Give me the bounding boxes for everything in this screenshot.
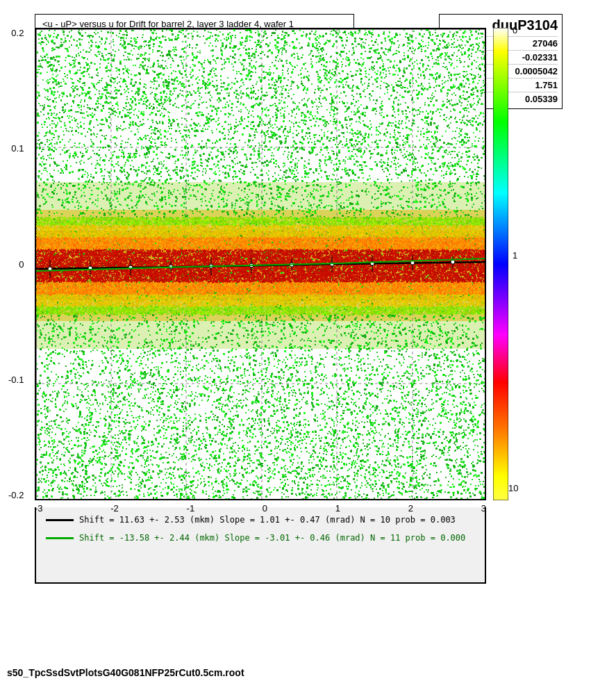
plot-inner: [35, 28, 486, 500]
rmsx-value: 1.751: [535, 80, 558, 90]
x-label-4: 1: [335, 503, 340, 514]
x-label-3: 0: [263, 503, 267, 514]
black-line-text: Shift = 11.63 +- 2.53 (mkm) Slope = 1.01…: [79, 515, 456, 525]
color-scale-top-label: 0: [513, 25, 517, 35]
color-scale-container: 0 1 10: [493, 28, 508, 503]
color-scale-mid-label: 1: [513, 250, 517, 261]
footer-filename: s50_TpcSsdSvtPlotsG40G081NFP25rCut0.5cm.…: [7, 667, 244, 678]
y-label-4: -0.2: [8, 490, 24, 500]
black-line-icon: [46, 519, 74, 521]
y-axis-labels: 0.2 0.1 0 -0.1 -0.2: [8, 28, 24, 500]
x-label-1: -2: [110, 503, 119, 514]
rmsy-value: 0.05339: [525, 94, 558, 104]
y-label-3: -0.1: [8, 375, 24, 385]
scatter-canvas: [36, 29, 486, 500]
y-label-1: 0.1: [8, 143, 24, 154]
x-axis-labels: -3 -2 -1 0 1 2 3: [35, 503, 486, 514]
y-label-0: 0.2: [8, 28, 24, 38]
main-container: <u - uP> versus u for Drift for barrel 2…: [0, 0, 616, 681]
legend-green-row: Shift = -13.58 +- 2.44 (mkm) Slope = -3.…: [46, 533, 475, 543]
entries-value: 27046: [533, 38, 558, 49]
x-label-5: 2: [408, 503, 413, 514]
x-label-6: 3: [481, 503, 486, 514]
y-label-2: 0: [8, 259, 24, 270]
filename-text: s50_TpcSsdSvtPlotsG40G081NFP25rCut0.5cm.…: [7, 667, 244, 678]
green-line-icon: [46, 537, 74, 539]
green-line-text: Shift = -13.58 +- 2.44 (mkm) Slope = -3.…: [79, 533, 465, 543]
legend-area: Shift = 11.63 +- 2.53 (mkm) Slope = 1.01…: [35, 507, 486, 584]
color-scale-bot-label: 10: [508, 483, 518, 493]
plot-area: <u - uP> versus u for Drift for barrel 2…: [35, 7, 563, 653]
meany-value: 0.0005042: [515, 66, 558, 76]
x-label-0: -3: [35, 503, 43, 514]
color-bar: [493, 28, 508, 500]
legend-black-row: Shift = 11.63 +- 2.53 (mkm) Slope = 1.01…: [46, 515, 475, 525]
x-label-2: -1: [187, 503, 195, 514]
meanx-value: -0.02331: [522, 52, 558, 63]
